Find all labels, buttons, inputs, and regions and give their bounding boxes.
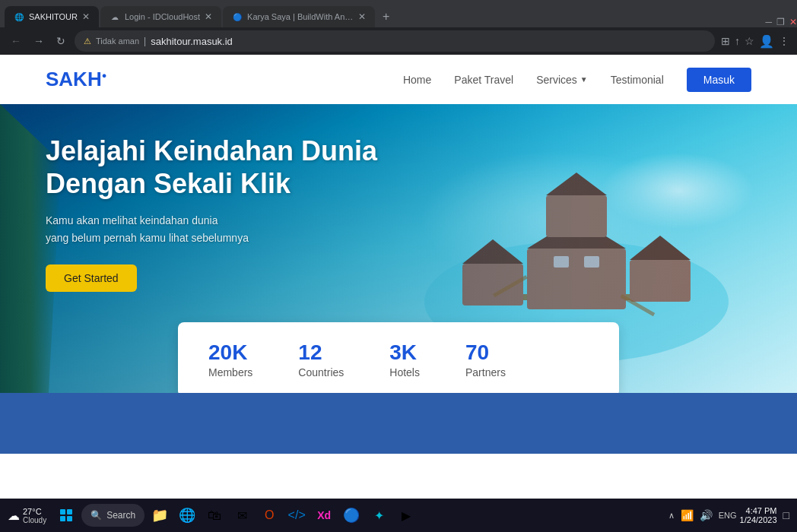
bookmark-icon[interactable]: ☆	[745, 35, 754, 47]
browser-action-buttons: ⊞ ↑ ☆ 👤 ⋮	[721, 34, 789, 49]
cast-icon[interactable]: ⊞	[721, 35, 730, 47]
share-icon[interactable]: ↑	[735, 35, 740, 47]
maximize-button[interactable]: ❐	[776, 17, 785, 27]
network-icon[interactable]: 📶	[681, 509, 694, 521]
stat-hotels-label: Hotels	[389, 366, 420, 378]
taskbar-vscode[interactable]: </>	[284, 503, 309, 527]
taskbar-terminal[interactable]: ▶	[394, 503, 418, 527]
stat-partners-number: 70	[465, 340, 506, 365]
logo-superscript: ●	[102, 71, 107, 80]
xd-icon: Xd	[317, 509, 331, 521]
taskbar-adobecc[interactable]: ✦	[367, 503, 391, 527]
stat-partners-label: Partners	[465, 366, 506, 378]
volume-icon[interactable]: 🔊	[700, 509, 713, 521]
chevron-down-icon: ▼	[580, 75, 588, 84]
website-content: SAKH● Home Paket Travel Services ▼ Testi…	[0, 55, 797, 499]
nav-services[interactable]: Services ▼	[536, 74, 588, 86]
address-bar: ← → ↻ ⚠ Tidak aman | sakhitour.masuk.id …	[0, 27, 797, 55]
address-input-container[interactable]: ⚠ Tidak aman | sakhitour.masuk.id	[75, 30, 715, 52]
navbar: SAKH● Home Paket Travel Services ▼ Testi…	[0, 55, 797, 104]
stat-members-number: 20K	[208, 340, 252, 365]
stat-partners: 70 Partners	[465, 340, 506, 378]
logo: SAKH●	[46, 68, 106, 91]
windows-logo-icon	[60, 509, 72, 521]
start-button[interactable]	[54, 503, 78, 527]
profile-icon[interactable]: 👤	[759, 34, 774, 49]
taskbar-office[interactable]: O	[257, 503, 281, 527]
taskbar-clock[interactable]: 4:47 PM 1/24/2023	[740, 506, 777, 524]
logo-text: SAKH	[46, 68, 102, 90]
security-warning-text: Tidak aman	[96, 36, 139, 46]
tab-karya[interactable]: 🔵 Karya Saya | BuildWith Angga ✕	[223, 6, 375, 27]
hero-title: Jelajahi Keindahan Dunia Dengan Sekali K…	[46, 135, 377, 200]
weather-condition: Cloudy	[23, 516, 46, 524]
taskbar-file-explorer[interactable]: 📁	[148, 503, 172, 527]
stat-hotels: 3K Hotels	[389, 340, 420, 378]
chevron-up-icon[interactable]: ∧	[668, 511, 675, 521]
close-button[interactable]: ✕	[789, 17, 797, 27]
browser-chrome: 🌐 SAKHITOUR ✕ ☁ Login - IDCloudHost ✕ 🔵 …	[0, 0, 797, 55]
tab-label-2: Login - IDCloudHost	[125, 12, 200, 21]
below-hero-section	[0, 393, 797, 454]
tab-close-1[interactable]: ✕	[82, 11, 90, 22]
taskbar-chrome[interactable]: 🔵	[339, 503, 364, 527]
taskbar-mail[interactable]: ✉	[230, 503, 254, 527]
taskbar-right-area: ∧ 📶 🔊 ENG	[668, 509, 737, 521]
taskbar-xd[interactable]: Xd	[312, 503, 336, 527]
security-warning-icon: ⚠	[84, 36, 91, 46]
stat-members: 20K Members	[208, 340, 252, 378]
forward-button[interactable]: →	[30, 33, 47, 49]
reload-button[interactable]: ↻	[53, 33, 68, 49]
chrome-icon: 🔵	[343, 507, 360, 524]
nav-links: Home Paket Travel Services ▼ Testimonial…	[403, 68, 751, 92]
file-explorer-icon: 📁	[151, 507, 168, 524]
taskbar-store[interactable]: 🛍	[202, 503, 227, 527]
hero-text-container: Jelajahi Keindahan Dunia Dengan Sekali K…	[46, 135, 377, 292]
extensions-icon[interactable]: ⋮	[779, 35, 789, 47]
get-started-button[interactable]: Get Started	[46, 264, 137, 292]
edge-icon: 🌐	[179, 507, 195, 524]
tab-idcloud[interactable]: ☁ Login - IDCloudHost ✕	[100, 6, 221, 27]
stat-countries-number: 12	[298, 340, 344, 365]
office-icon: O	[265, 508, 274, 522]
vscode-icon: </>	[288, 508, 306, 522]
cloud-icon: ☁	[8, 508, 20, 523]
stat-members-label: Members	[208, 366, 252, 378]
creative-cloud-icon: ✦	[374, 508, 384, 523]
nav-paket-travel[interactable]: Paket Travel	[454, 74, 513, 86]
nav-home[interactable]: Home	[403, 74, 431, 86]
nav-testimonial[interactable]: Testimonial	[611, 74, 664, 86]
new-tab-button[interactable]: +	[376, 6, 395, 27]
search-icon: 🔍	[90, 510, 102, 521]
tab-sakhitour[interactable]: 🌐 SAKHITOUR ✕	[5, 6, 99, 27]
taskbar-edge[interactable]: 🌐	[175, 503, 199, 527]
masuk-button[interactable]: Masuk	[687, 68, 751, 92]
stat-countries: 12 Countries	[298, 340, 344, 378]
notification-icon[interactable]: □	[783, 509, 789, 521]
keyboard-icon[interactable]: ENG	[719, 511, 737, 520]
tab-label-3: Karya Saya | BuildWith Angga	[247, 12, 354, 21]
tab-favicon-1: 🌐	[14, 11, 24, 22]
tab-favicon-2: ☁	[110, 11, 120, 22]
current-date: 1/24/2023	[740, 515, 777, 524]
taskbar-weather: ☁ 27°C Cloudy	[8, 507, 46, 524]
tab-label-1: SAKHITOUR	[29, 12, 78, 21]
tab-close-2[interactable]: ✕	[205, 11, 212, 22]
hero-subtitle: Kamu akan melihat keindahan dunia yang b…	[46, 212, 377, 246]
tab-favicon-3: 🔵	[232, 11, 243, 22]
current-time: 4:47 PM	[746, 506, 777, 515]
window-controls: ─ ❐ ✕	[765, 17, 797, 27]
search-label: Search	[106, 510, 135, 521]
store-icon: 🛍	[208, 508, 221, 524]
taskbar-search[interactable]: 🔍 Search	[81, 504, 144, 527]
minimize-button[interactable]: ─	[765, 17, 772, 27]
url-text: sakhitour.masuk.id	[151, 36, 233, 47]
hero-section: Jelajahi Keindahan Dunia Dengan Sekali K…	[0, 104, 797, 393]
tab-close-3[interactable]: ✕	[358, 11, 366, 22]
stats-section: 20K Members 12 Countries 3K Hotels 70 Pa…	[178, 322, 619, 393]
back-button[interactable]: ←	[8, 33, 24, 49]
stat-countries-label: Countries	[298, 366, 344, 378]
terminal-icon: ▶	[402, 508, 411, 523]
tab-bar: 🌐 SAKHITOUR ✕ ☁ Login - IDCloudHost ✕ 🔵 …	[0, 0, 797, 27]
mail-icon: ✉	[237, 508, 247, 523]
